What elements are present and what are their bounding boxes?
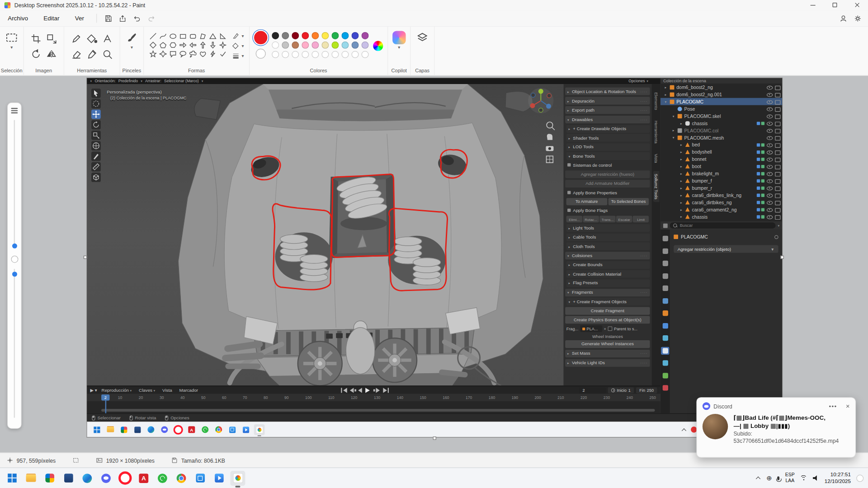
- volume-icon[interactable]: [813, 475, 819, 481]
- tool-panel-row[interactable]: Apply Bone Properties: [565, 189, 650, 197]
- drag-value[interactable]: Seleccionar (Marco): [164, 79, 199, 83]
- outliner-row[interactable]: ▸ bodyshell: [660, 148, 782, 155]
- fill-tool[interactable]: [85, 32, 99, 45]
- network-globe-icon[interactable]: ⊕: [766, 474, 772, 482]
- pencil-tool[interactable]: [69, 32, 84, 45]
- maximize-button[interactable]: [824, 0, 846, 10]
- shape-hexagon-icon[interactable]: [168, 41, 178, 49]
- stroke-width-dropdown[interactable]: ▼: [232, 52, 245, 60]
- disable-in-renders-icon[interactable]: [774, 135, 780, 140]
- shape-line-icon[interactable]: [148, 32, 158, 40]
- disable-in-renders-icon[interactable]: [774, 149, 780, 155]
- palette-color[interactable]: [331, 32, 339, 39]
- hide-in-viewport-icon[interactable]: [767, 156, 772, 162]
- slider-thumb-1[interactable]: [12, 243, 17, 248]
- disable-in-renders-icon[interactable]: [774, 127, 780, 133]
- outliner-row[interactable]: ▸ bumper_r: [660, 184, 782, 192]
- media-app[interactable]: [212, 470, 226, 485]
- constraint-properties-tab[interactable]: [661, 347, 669, 354]
- shape-up-arrow-icon[interactable]: [198, 41, 208, 49]
- world-properties-tab[interactable]: [661, 297, 669, 305]
- shape-heart-icon[interactable]: [198, 50, 208, 58]
- palette-empty-slot[interactable]: [311, 51, 319, 58]
- tool-panel-row[interactable]: Cable Tools: [566, 233, 650, 241]
- shape-fill-dropdown[interactable]: ▼: [232, 42, 245, 50]
- shape-rectangle-icon[interactable]: [178, 32, 188, 40]
- tool-panel-row[interactable]: Export path: [565, 106, 650, 114]
- outliner-row[interactable]: ▸ cara6_ornament2_ng: [660, 206, 782, 213]
- tool-panel-row[interactable]: Light Tools: [566, 224, 650, 232]
- view-menu[interactable]: Vista: [162, 388, 172, 393]
- outliner-row[interactable]: ▸ chassis: [660, 119, 782, 127]
- slider-track-2[interactable]: [14, 268, 15, 418]
- shape-five-point-star-icon[interactable]: [148, 50, 158, 58]
- color2-swatch[interactable]: [256, 49, 266, 59]
- shape-outline-dropdown[interactable]: ▼: [232, 32, 245, 40]
- opera[interactable]: [118, 470, 132, 485]
- timeline-track-area[interactable]: [87, 401, 660, 413]
- tool-panel-row[interactable]: Sistemas de control: [565, 161, 650, 169]
- file-explorer[interactable]: [23, 470, 38, 485]
- hide-in-viewport-icon[interactable]: [767, 178, 772, 183]
- tool-panel-row[interactable]: Object Location & Rotation Tools: [565, 87, 650, 95]
- flip-tool[interactable]: [44, 47, 59, 61]
- shape-diamond-icon[interactable]: [148, 41, 158, 49]
- tool-panel-row[interactable]: Create Collision Material: [566, 270, 650, 278]
- slider-track-1[interactable]: [14, 120, 15, 246]
- outliner-row[interactable]: ▸ bonnet: [660, 155, 782, 163]
- hide-in-viewport-icon[interactable]: [767, 84, 772, 90]
- rotate-tool[interactable]: [29, 47, 43, 61]
- disable-in-renders-icon[interactable]: [774, 164, 780, 169]
- toast-close-icon[interactable]: ×: [846, 402, 850, 410]
- timeline-ruler[interactable]: 2 10203040506070809010011012013014015016…: [87, 394, 660, 401]
- palette-color[interactable]: [292, 42, 299, 49]
- tool-panel-row[interactable]: Create Physics Bones at Object(s): [565, 316, 650, 324]
- brush-tool[interactable]: [125, 31, 139, 44]
- palette-empty-slot[interactable]: [282, 51, 289, 58]
- palette-empty-slot[interactable]: [341, 51, 349, 58]
- current-frame-field[interactable]: 2: [579, 387, 606, 393]
- palette-empty-slot[interactable]: [331, 51, 339, 58]
- snipping-tool[interactable]: [193, 470, 208, 485]
- pin-icon[interactable]: [774, 235, 778, 239]
- start-button[interactable]: [5, 470, 19, 485]
- discord[interactable]: [99, 470, 113, 485]
- palette-color[interactable]: [282, 42, 289, 49]
- flag-button[interactable]: Rotac...: [583, 216, 599, 223]
- wifi-icon[interactable]: [800, 475, 807, 481]
- disable-in-renders-icon[interactable]: [774, 199, 780, 205]
- disable-in-renders-icon[interactable]: [774, 92, 780, 97]
- disable-in-renders-icon[interactable]: [774, 142, 780, 147]
- outliner-row[interactable]: ▾ PLACOGMC.mesh: [660, 134, 782, 141]
- outliner-row[interactable]: ▸ cara6_dirtbikes_link_ng: [660, 192, 782, 199]
- tool-panel-row[interactable]: Agregar restricción (hueso): [565, 170, 650, 178]
- render-properties-tab[interactable]: [661, 247, 669, 255]
- palette-empty-slot[interactable]: [292, 51, 299, 58]
- palette-color[interactable]: [341, 32, 349, 39]
- shape-right-triangle-icon[interactable]: [218, 32, 227, 40]
- hide-in-viewport-icon[interactable]: [767, 92, 772, 97]
- disable-in-renders-icon[interactable]: [774, 99, 780, 104]
- notification-center-icon[interactable]: [856, 474, 863, 482]
- shape-cloud-callout-icon[interactable]: [188, 50, 198, 58]
- tool-panel-row[interactable]: Fragments: [565, 289, 650, 296]
- shape-oval-icon[interactable]: [168, 32, 178, 40]
- language-indicator[interactable]: ESPLAA: [785, 473, 795, 483]
- hide-in-viewport-icon[interactable]: [767, 171, 772, 176]
- palette-color[interactable]: [302, 42, 309, 49]
- n-panel-tab[interactable]: Herramienta: [653, 117, 659, 146]
- tool-panel-row[interactable]: Create Drawable Objects: [566, 125, 650, 132]
- flag-button[interactable]: Elimi...: [566, 216, 582, 223]
- resize-handle-left[interactable]: [84, 256, 87, 259]
- shape-check-icon[interactable]: [218, 50, 227, 58]
- disable-in-renders-icon[interactable]: [774, 156, 780, 162]
- redo-button[interactable]: [145, 12, 159, 24]
- mail[interactable]: [61, 470, 76, 485]
- outliner-row[interactable]: ▸ PLACOGMC.col: [660, 127, 782, 134]
- close-button[interactable]: [846, 0, 868, 10]
- hide-in-viewport-icon[interactable]: [767, 199, 772, 205]
- slider-thumb-2[interactable]: [12, 272, 17, 277]
- outliner-row[interactable]: ▸ boot: [660, 163, 782, 170]
- palette-color[interactable]: [311, 42, 319, 49]
- text-tool[interactable]: [100, 32, 115, 45]
